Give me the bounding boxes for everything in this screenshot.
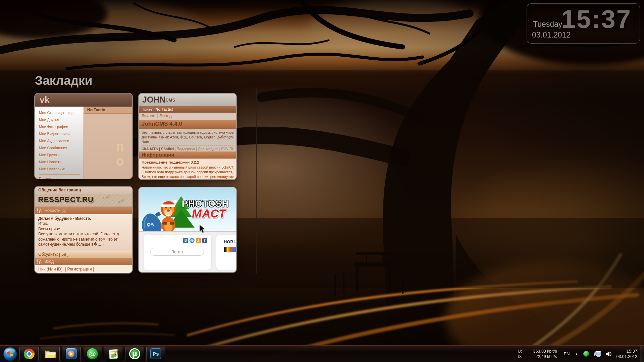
bookmarks-title: Закладки — [35, 74, 93, 88]
santa-lion-illustration: Ps — [139, 190, 198, 232]
johncms-logo: JOHNCMS — [142, 95, 175, 104]
vk-menu-item[interactable]: Мои Сообщения — [39, 144, 84, 152]
photoshop-brand-bottom: МАСТ — [192, 207, 226, 220]
johncms-desc-line: Доступны языки: Azeri, 中文, Deutsch, Engl… — [142, 135, 233, 139]
odnoklassniki-social-icon[interactable]: ♙ — [196, 238, 201, 243]
vk-edit-link[interactable]: ред. — [68, 111, 74, 115]
resspect-login-bar[interactable]: Вход — [35, 258, 132, 265]
vk-my-page-link[interactable]: Моя Страница — [39, 111, 64, 115]
bookmark-tile-photoshop-master[interactable]: Ps PHOTOSH МАСТ В — [139, 187, 236, 272]
taskbar-media-player-button[interactable] — [62, 347, 81, 361]
upload-label: U: — [518, 349, 525, 354]
vk-menu-item[interactable]: Мои Видеозаписи — [39, 130, 84, 137]
vk-menu-item-my-page[interactable]: Моя Страницаред. — [39, 109, 84, 116]
clock-time: 15:37 — [561, 4, 632, 34]
rap-watermark: RAP — [103, 194, 110, 200]
resspect-logo: RESSPECT.RU — [38, 195, 94, 204]
johncms-description: Бесплатная, с открытым исходным кодом, с… — [139, 129, 236, 152]
photoshop-lower: В @ ♙ f НОВЫ — [139, 232, 236, 272]
johncms-desc-line: Nam — [142, 139, 233, 144]
agent-tray-icon[interactable] — [583, 351, 589, 357]
taskbar-mailru-agent-button[interactable]: @ — [83, 347, 102, 361]
mailru-agent-icon: @ — [87, 348, 98, 359]
download-value: 22,49 kbit/s — [525, 354, 557, 359]
network-speed-widget: U: 363,83 kbit/s D: 22,49 kbit/s — [518, 349, 557, 359]
johncms-version-header: JohnCMS 4.4.0 — [139, 120, 236, 129]
resspect-news-bar[interactable]: Новости [1] — [35, 207, 132, 214]
vk-menu-divider — [39, 174, 80, 175]
taskbar-explorer-button[interactable] — [41, 347, 60, 361]
vk-header: vk — [35, 94, 132, 107]
photoshop-new-card: НОВЫ — [216, 235, 236, 270]
resspect-post-line: Всем привет. — [38, 227, 129, 232]
vk-menu-item[interactable]: Мои Фотографии — [39, 123, 84, 130]
resspect-post-line: Все уже заметили о том,что сайт "падает … — [38, 232, 129, 237]
network-tray-icon[interactable] — [593, 351, 601, 357]
johncms-personal-link[interactable]: Личное — [142, 114, 155, 118]
photoshop-icon: Ps — [150, 348, 161, 359]
johncms-news-line: Всем, кто еще остался на старой версии, … — [142, 174, 233, 179]
media-player-icon — [66, 348, 77, 359]
start-button[interactable] — [3, 347, 17, 361]
system-tray: U: 363,83 kbit/s D: 22,49 kbit/s EN ▲ — [518, 346, 644, 362]
vk-menu-item[interactable]: Мои Аудиозаписи — [39, 137, 84, 144]
chrome-icon — [24, 349, 35, 359]
johncms-exit-link[interactable]: Выход — [160, 114, 172, 118]
taskbar-notepad-plus-plus-button[interactable] — [104, 347, 123, 361]
vk-profile-pane: No Tactic п о t — [84, 107, 132, 179]
bookmark-tile-resspect[interactable]: Общение без границ RESSPECT.RU RAP RAP R… — [35, 187, 132, 273]
johncms-more-links[interactable]: | Поддержка | Доп. модули | SVN, Tra — [174, 147, 233, 151]
vk-profile-name: No Tactic — [84, 107, 132, 114]
photoshop-thumbnail — [224, 247, 236, 252]
volume-tray-icon[interactable] — [605, 351, 612, 357]
johncms-header: JOHNCMS — [139, 94, 236, 106]
language-indicator[interactable]: EN — [564, 351, 570, 356]
bookmark-tile-johncms[interactable]: JOHNCMS Привет, No-Tactic! Личное|Выход … — [139, 94, 236, 179]
resspect-news-label[interactable]: Новости [1] — [44, 208, 66, 213]
resspect-post-line: сожалению, никто не заметил о том,что эт — [38, 237, 129, 242]
bookmark-tile-vk[interactable]: vk Моя Страницаред. Мои ДрузьяМои Фотогр… — [35, 94, 132, 179]
vk-logo: vk — [40, 95, 50, 105]
johncms-news-line: С нового года поддержка данной версии пр… — [142, 170, 233, 174]
overlay-column-divider — [256, 88, 257, 273]
vk-social-icon[interactable]: В — [183, 238, 188, 243]
johncms-news-title: Прекращение поддержки 3.2.2 — [142, 160, 233, 165]
resspect-post-line: самовнушение.Чем больше в�... » — [38, 242, 129, 247]
johncms-desc-line: Бесплатная, с открытым исходным кодом, с… — [142, 130, 233, 135]
vk-menu-item[interactable]: Мои Друзья — [39, 116, 84, 123]
facebook-social-icon[interactable]: f — [202, 238, 207, 243]
resspect-register-link[interactable]: Ник (Или ID): [ Регистрация ] — [35, 265, 132, 273]
johncms-news: Прекращение поддержки 3.2.2 Напоминаю, ч… — [139, 159, 236, 179]
johncms-nav: Личное|Выход — [139, 113, 236, 120]
vk-menu-item[interactable]: Мои Настройки — [39, 166, 84, 173]
notepad-plus-plus-icon — [108, 349, 119, 359]
taskbar-photoshop-button[interactable]: Ps — [146, 347, 165, 361]
show-desktop-button[interactable] — [640, 346, 644, 362]
photoshop-new-heading: НОВЫ — [224, 239, 236, 244]
vk-menu-item-apps[interactable]: Приложения — [39, 175, 84, 179]
johncms-logo-lines — [143, 104, 193, 106]
johncms-download-languages-links[interactable]: СКАЧАТЬ | ЯЗЫКИ — [142, 147, 174, 151]
login-input[interactable] — [150, 248, 204, 256]
vk-menu-item[interactable]: Мои Группы — [39, 152, 84, 159]
rap-watermark: RAP — [117, 198, 125, 204]
upload-value: 363,83 kbit/s — [525, 349, 557, 354]
vk-menu-item[interactable]: Мои Новости — [39, 159, 84, 166]
resspect-logo-area: RESSPECT.RU RAP RAP RAP — [35, 194, 132, 207]
taskbar-chrome-button[interactable] — [19, 347, 39, 361]
download-label: D: — [518, 354, 525, 359]
mailru-social-icon[interactable]: @ — [190, 238, 195, 243]
resspect-discuss-link[interactable]: Обсудить: [ 58 ] — [35, 251, 132, 258]
johncms-links-row[interactable]: СКАЧАТЬ | ЯЗЫКИ | Поддержка | Доп. модул… — [142, 145, 233, 151]
resspect-login-label[interactable]: Вход — [44, 259, 54, 264]
show-hidden-icons-arrow[interactable]: ▲ — [575, 352, 578, 356]
tray-time: 15:37 — [616, 349, 637, 354]
taskbar-utorrent-button[interactable]: µ — [125, 347, 144, 361]
johncms-username: No-Tactic — [156, 107, 172, 111]
resspect-post: Делаем будущее - Вместе. Итак.Всем приве… — [35, 214, 132, 251]
vk-watermark-letter: о — [116, 154, 124, 168]
tray-clock[interactable]: 15:37 03.01.2012 — [616, 349, 637, 359]
clock-widget: Tuesday 03.01.2012 15:37 — [527, 3, 640, 44]
johncms-greeting-bar: Привет, No-Tactic! — [139, 106, 236, 113]
vk-menu: Моя Страницаред. Мои ДрузьяМои Фотографи… — [35, 107, 84, 179]
